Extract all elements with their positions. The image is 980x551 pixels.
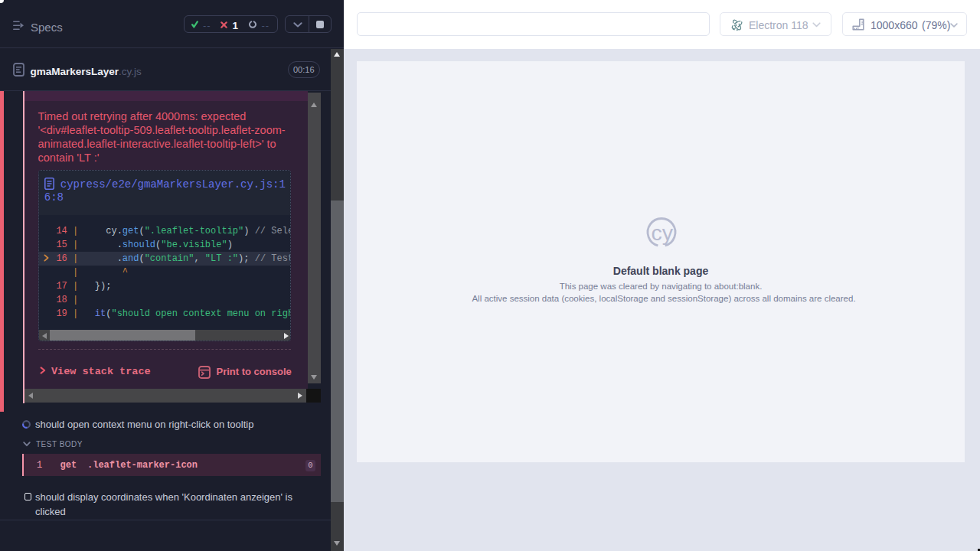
- svg-text:cy: cy: [652, 220, 674, 245]
